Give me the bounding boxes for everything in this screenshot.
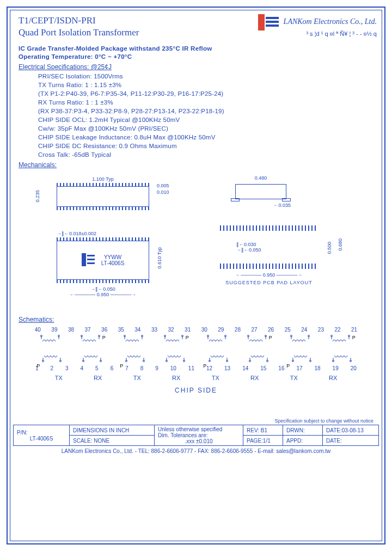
grade-line1: IC Grade Transfer-Molded Package withsta… [19, 45, 379, 52]
xfmr-bot-5 [242, 350, 275, 363]
pin-3: 3 [65, 365, 69, 371]
xfmr-top-4 [200, 335, 233, 348]
dim-0480: 0.480 [231, 175, 291, 181]
svg-rect-0 [258, 14, 265, 30]
company-logo-icon [258, 14, 280, 30]
title-block-table: P/N: LT-4006S DIMENSIONS IN INCH Unless … [13, 425, 379, 446]
pin-35: 35 [118, 327, 124, 333]
xfmr-bot-1 [76, 350, 108, 363]
pin-6: 6 [111, 365, 114, 371]
svg-rect-4 [82, 253, 86, 266]
pin-39: 39 [51, 327, 57, 333]
tb-appd: APPD: [283, 436, 323, 446]
spec-iso: PRI/SEC Isolation: 1500Vrms [38, 73, 379, 79]
svg-rect-1 [266, 17, 279, 19]
pin-13: 13 [224, 365, 230, 371]
pin-23: 23 [318, 327, 324, 333]
company-subtitle: ³ s ¦d ¹ q ¤l ª Ñ¥ ¦ ³ - - ¤½ q [258, 30, 377, 37]
tb-pn: P/N: LT-4006S [14, 425, 70, 446]
pin-14: 14 [242, 365, 248, 371]
pin-2: 2 [51, 365, 54, 371]
svg-rect-5 [87, 255, 95, 256]
spec-rx-ratio: RX Turns Ratio: 1 : 1 ±3% [38, 99, 379, 106]
dim-1100: 1.100 Typ [57, 176, 149, 182]
pin-8: 8 [140, 365, 144, 371]
pin-10: 10 [170, 365, 176, 371]
pins-bot [57, 207, 149, 210]
pin-28: 28 [235, 327, 241, 333]
pin-36: 36 [101, 327, 107, 333]
pins-bot2 [57, 280, 149, 283]
xfmr-bot-3 [159, 350, 192, 363]
dim-0035: ←0.035 [231, 203, 291, 208]
spec-cww: Cw/w: 35pF Max @100KHz 50mV (PRI/SEC) [38, 125, 379, 132]
schem-label-7: RX [329, 375, 337, 381]
pin-29: 29 [218, 327, 224, 333]
dim-0018: →‖←0.018±0.002 [57, 231, 149, 236]
svg-rect-3 [266, 25, 279, 27]
pin-33: 33 [151, 327, 157, 333]
company-name: LANKom Electronics Co., Ltd. [284, 17, 377, 26]
schem-top-pins: 4039383736353433323130292827262524232221 [13, 327, 379, 333]
schem-label-1: RX [94, 375, 102, 381]
elec-header-text: Electrical Specifications: @25¢J [19, 63, 112, 71]
pin-22: 22 [334, 327, 340, 333]
tb-pn-value: LT-4006S [17, 436, 66, 442]
pin-9: 9 [155, 365, 158, 371]
pin-7: 7 [125, 365, 128, 371]
schem-label-4: TX [212, 375, 219, 381]
company-block: LANKom Electronics Co., Ltd. ³ s ¦d ¹ q … [258, 13, 379, 37]
dim-0950a: ←────── 0.950 ──────→ [57, 292, 149, 297]
schem-label-2: TX [133, 375, 141, 381]
mechanical-drawings: 1.100 Typ 0.235 0.005 0.010 0.480 ←0.035 [13, 171, 379, 313]
pcb-layout: ‖←0.030 →‖←0.050 ←────── 0.950 ──────→ S… [220, 225, 318, 285]
tb-drwn: DRWN: [283, 425, 323, 436]
spec-xtalk: Cross Talk: -65dB Typical [38, 151, 379, 158]
schem-xfmr-top: PPPP [13, 335, 379, 348]
dim-0610: 0.610 Typ [157, 247, 162, 268]
title-line2: Quad Port Isolation Transformer [19, 27, 139, 38]
spec-rx-pins: (RX P38-37:P3-4, P33-32:P8-9, P28-27:P13… [38, 108, 379, 114]
dim-0010: 0.010 [157, 189, 169, 195]
pin-24: 24 [301, 327, 307, 333]
xfmr-top-1: P [76, 335, 108, 348]
pin-40: 40 [35, 327, 41, 333]
dim-0680: 0.680 [338, 238, 343, 251]
tb-tol3: .xxx ±0.010 [158, 438, 240, 444]
dim-0050a: →‖←0.050 [57, 286, 149, 292]
xfmr-bot-0: P [34, 350, 66, 363]
pin-12: 12 [206, 365, 212, 371]
pin-38: 38 [68, 327, 74, 333]
pin-34: 34 [134, 327, 140, 333]
chip-marking: YYWW LT-4006S [57, 241, 149, 280]
pin-31: 31 [185, 327, 191, 333]
spec-leak: CHIP SIDE Leakage Inductance: 0.8uH Max … [38, 134, 379, 140]
sideview: 0.480 ←0.035 [231, 175, 291, 208]
svg-rect-2 [266, 21, 279, 23]
schem-bot-pins: 1234567891011121314151617181920 [13, 365, 379, 371]
pin-18: 18 [315, 365, 321, 371]
schem-header: Schematics: [19, 316, 379, 323]
pin-16: 16 [278, 365, 284, 371]
dim-0950b: ←────── 0.950 ──────→ [220, 272, 318, 278]
mech-header-text: Mechanicals: [19, 161, 57, 169]
datasheet-page: T1/CEPT/ISDN-PRI Quad Port Isolation Tra… [0, 0, 392, 551]
pin-11: 11 [188, 365, 194, 371]
tb-tol: Unless otherwise specified Dim. Toleranc… [155, 425, 243, 446]
chip-partno: LT-4006S [101, 260, 125, 266]
schem-header-text: Schematics: [19, 316, 54, 323]
elec-header: Electrical Specifications: @25¢J [19, 63, 379, 71]
side-body [235, 184, 286, 199]
dim-0500: 0.500 [327, 242, 332, 254]
pin-19: 19 [333, 365, 339, 371]
pin-17: 17 [296, 365, 302, 371]
tb-dim: DIMENSIONS IN INCH [70, 425, 155, 436]
xfmr-top-0 [34, 335, 66, 348]
spec-tx-ratio: TX Turns Ratio: 1 : 1.15 ±3% [38, 82, 379, 88]
topview: 1.100 Typ [57, 176, 149, 210]
dim-0050b: →‖←0.050 [236, 247, 318, 253]
schem-label-3: RX [172, 375, 180, 381]
chip-yyww: YYWW [101, 254, 125, 260]
tb-date2: DATE: [323, 436, 379, 446]
tb-page: PAGE:1/1 [243, 436, 283, 446]
